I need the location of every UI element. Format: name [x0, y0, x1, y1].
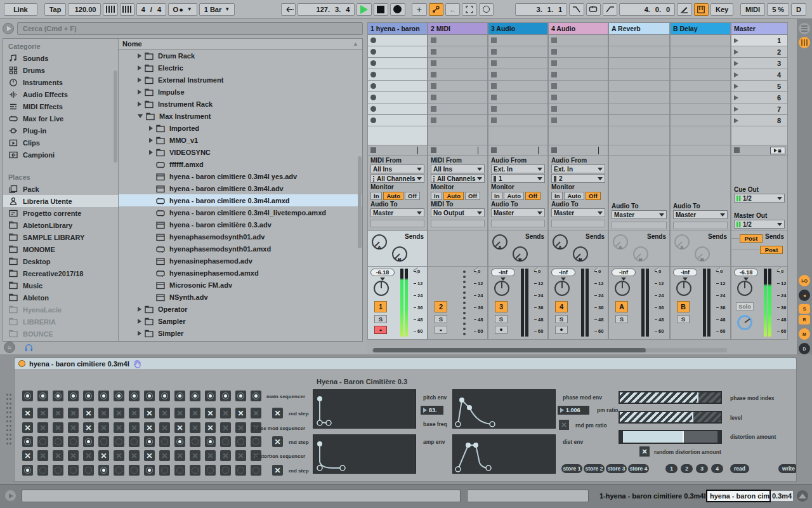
sidebar-item-monome[interactable]: MONOME: [3, 243, 118, 255]
file-row[interactable]: hyena - baron cimitiere 0.3m4l.adv: [119, 182, 362, 194]
seq-step-2-15[interactable]: ✕: [235, 408, 246, 418]
seq-step-5-6[interactable]: ✕: [98, 450, 109, 461]
clip-stop-button[interactable]: [431, 60, 436, 66]
seq-step-1-10[interactable]: [159, 391, 170, 401]
tempo-display[interactable]: 120.00: [68, 3, 101, 16]
volume-display[interactable]: -6.18: [734, 269, 758, 276]
solo-button[interactable]: S: [374, 315, 387, 323]
file-row[interactable]: Operator: [119, 303, 362, 315]
seq-step-1-8[interactable]: [129, 391, 140, 401]
file-row[interactable]: hyena - baron cimitiere 0.3m4l yes.adv: [119, 170, 362, 182]
monitor-off-button[interactable]: Off: [525, 192, 540, 200]
seq-step-5-8[interactable]: ✕: [129, 450, 140, 461]
computer-midi-keyboard-button[interactable]: [694, 3, 709, 16]
seq-step-4-7[interactable]: [114, 436, 124, 447]
master-solo-button[interactable]: Solo: [736, 302, 754, 311]
seq-step-1-5[interactable]: [83, 391, 94, 401]
clip-stop-button[interactable]: [431, 72, 436, 77]
solo-button[interactable]: S: [615, 315, 628, 323]
link-button[interactable]: Link: [4, 3, 37, 16]
scene-play-icon[interactable]: [734, 84, 738, 89]
dropdown-all-ins[interactable]: All Ins: [370, 164, 424, 173]
sidebar-scrollbar[interactable]: [114, 70, 117, 163]
stop-all-track-button[interactable]: [491, 147, 497, 153]
scene-slot[interactable]: 2: [731, 46, 787, 58]
clip-stop-button[interactable]: [431, 37, 436, 43]
clip-slot[interactable]: [549, 104, 608, 115]
seq-step-5-11[interactable]: ✕: [174, 450, 185, 461]
monitor-auto-button[interactable]: Auto: [443, 192, 464, 200]
seq-step-3-13[interactable]: ✕: [205, 422, 216, 433]
store-button-3[interactable]: store 3: [606, 464, 627, 473]
stop-all-clips-square[interactable]: [734, 147, 740, 153]
recall-button-2[interactable]: 2: [681, 464, 693, 473]
dropdown-master[interactable]: Master: [491, 208, 545, 217]
seq-step-1-2[interactable]: [37, 391, 48, 401]
file-row[interactable]: hyenaphasemodsynth01.amxd: [119, 243, 362, 255]
seq-step-4-9[interactable]: [144, 436, 155, 447]
search-input[interactable]: Cerca (Cmd + F): [17, 22, 363, 35]
cpu-meter[interactable]: 5 %: [767, 3, 789, 16]
browser-collapse-button[interactable]: [3, 23, 14, 34]
dropdown-master[interactable]: Master: [673, 210, 728, 219]
clip-slot[interactable]: [488, 35, 547, 46]
write-button[interactable]: write: [778, 464, 797, 473]
clip-slot[interactable]: [488, 92, 547, 104]
expand-arrow-icon[interactable]: [138, 307, 141, 312]
slider-level[interactable]: [619, 411, 722, 424]
volume-display[interactable]: -Inf: [491, 269, 515, 276]
seq-step-6-4[interactable]: [68, 465, 79, 476]
seq-step-1-3[interactable]: [53, 391, 63, 401]
sidebar-item-midi-effects[interactable]: MIDI Effects: [3, 100, 118, 112]
seq-step-6-13[interactable]: [205, 465, 216, 476]
clip-stop-button[interactable]: [551, 37, 557, 43]
seq-step-2-6[interactable]: ✕: [98, 408, 109, 418]
dropdown-ext-in[interactable]: Ext. In: [551, 164, 605, 173]
seq-step-3-10[interactable]: ✕: [159, 422, 170, 433]
time-signature-display[interactable]: 4 / 4: [136, 3, 166, 16]
clip-slot[interactable]: [428, 104, 487, 115]
punch-out-button[interactable]: [603, 3, 617, 16]
solo-button[interactable]: S: [677, 315, 690, 323]
expand-arrow-icon[interactable]: [138, 102, 141, 107]
seq-step-2-5[interactable]: ✕: [83, 408, 94, 418]
pan-knob[interactable]: [494, 281, 509, 296]
volume-display[interactable]: -Inf: [673, 269, 697, 276]
clip-slot[interactable]: [609, 46, 669, 58]
stop-button[interactable]: [374, 3, 388, 16]
pan-knob[interactable]: [554, 281, 570, 296]
follow-button[interactable]: [281, 3, 296, 16]
clip-stop-button[interactable]: [551, 49, 557, 55]
clip-slot[interactable]: [549, 92, 608, 104]
track-header[interactable]: 3 Audio: [488, 23, 547, 35]
loop-button[interactable]: [586, 3, 601, 16]
monitor-auto-button[interactable]: Auto: [564, 192, 584, 200]
clip-slot[interactable]: [549, 35, 608, 46]
clip-slot[interactable]: [368, 104, 427, 115]
seq-step-2-10[interactable]: ✕: [159, 408, 170, 418]
read-button[interactable]: read: [730, 464, 749, 473]
scene-play-icon[interactable]: [734, 61, 738, 66]
volume-display[interactable]: -Inf: [551, 269, 575, 276]
rnd-pm-ratio-checkbox[interactable]: ✕: [559, 420, 569, 430]
draw-mode-button[interactable]: [462, 3, 476, 16]
track-header[interactable]: 4 Audio: [549, 23, 608, 35]
seq-step-4-2[interactable]: [37, 436, 48, 447]
clip-stop-button[interactable]: [491, 37, 497, 43]
seq-step-5-4[interactable]: ✕: [68, 450, 79, 461]
dropdown-no-output[interactable]: No Output: [431, 208, 485, 217]
arm-button[interactable]: ◒: [435, 326, 447, 334]
clip-slot[interactable]: [549, 69, 608, 81]
scene-slot[interactable]: 5: [731, 81, 787, 92]
seq-step-4-11[interactable]: [174, 436, 185, 447]
store-button-2[interactable]: store 2: [584, 464, 605, 473]
back-arrow-button[interactable]: ◄: [799, 290, 810, 301]
clip-slot[interactable]: [428, 115, 487, 126]
expand-arrow-icon[interactable]: [138, 77, 141, 83]
clip-slot[interactable]: [609, 92, 669, 104]
seq-step-1-12[interactable]: [190, 391, 200, 401]
file-row[interactable]: hyena - baron cimitiere 0.3m4l.amxd: [119, 194, 362, 206]
file-row[interactable]: Imported: [119, 122, 362, 134]
recall-button-3[interactable]: 3: [696, 464, 708, 473]
hot-swap-icon[interactable]: ≈: [4, 342, 15, 353]
